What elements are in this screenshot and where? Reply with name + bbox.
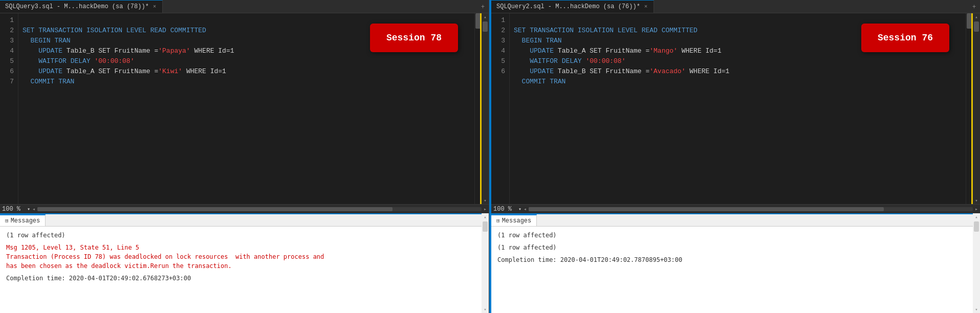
- right-msg-scroll-track: [973, 220, 980, 306]
- left-msg-scrollbar: ▴ ▾: [482, 213, 489, 313]
- right-messages-tab-label: Messages: [502, 217, 532, 225]
- left-messages-grid-icon: ⊞: [5, 217, 9, 224]
- left-scroll-track[interactable]: [37, 207, 482, 211]
- left-vs-down-arrow[interactable]: ▾: [482, 197, 489, 204]
- right-messages-tab-bar: ⊞ Messages: [491, 214, 980, 227]
- right-tab[interactable]: SQLQuery2.sql - M...hackDemo (sa (76))* …: [491, 0, 654, 13]
- right-msg-2: (1 row affected): [497, 243, 974, 252]
- right-scroll-left-arrow[interactable]: ◂: [524, 206, 527, 212]
- right-scroll-area: 100 % ▾ ◂ ▸: [491, 204, 980, 213]
- left-msg-scroll-thumb[interactable]: [483, 221, 488, 232]
- right-tab-bar: SQLQuery2.sql - M...hackDemo (sa (76))* …: [491, 0, 980, 13]
- right-vs-track: [973, 20, 980, 197]
- left-msg-3: Transaction (Process ID 78) was deadlock…: [6, 252, 483, 261]
- left-msg-1: (1 row affected): [6, 231, 483, 240]
- left-messages-tab-bar: ⊞ Messages: [0, 214, 489, 227]
- left-scroll-right-arrow[interactable]: ▸: [484, 206, 487, 212]
- left-tab[interactable]: SQLQuery3.sql - M...hackDemo (sa (78))* …: [0, 0, 163, 13]
- left-messages-content: (1 row affected) Msg 1205, Level 13, Sta…: [0, 227, 489, 313]
- left-vs-thumb[interactable]: [483, 21, 488, 32]
- right-messages-tab[interactable]: ⊞ Messages: [491, 214, 537, 226]
- right-vs-down-arrow[interactable]: ▾: [973, 197, 980, 204]
- right-vertical-scrollbar: ▴ ▾: [973, 13, 980, 204]
- left-msg-5: Completion time: 2020-04-01T20:49:02.676…: [6, 274, 483, 283]
- left-messages-tab-label: Messages: [11, 217, 40, 225]
- left-vs-up-arrow[interactable]: ▴: [482, 13, 489, 20]
- left-messages-panel: ⊞ Messages (1 row affected) Msg 1205, Le…: [0, 213, 489, 313]
- left-zoom-label: 100 %: [2, 206, 25, 213]
- right-editor-container: 123456 SET TRANSACTION ISOLATION LEVEL R…: [491, 13, 980, 204]
- right-tab-close[interactable]: ×: [643, 3, 649, 10]
- left-vertical-scrollbar: ▴ ▾: [482, 13, 489, 204]
- right-tab-actions: +: [970, 2, 980, 11]
- left-scroll-area: 100 % ▾ ◂ ▸: [0, 204, 489, 213]
- right-vs-thumb[interactable]: [974, 21, 979, 32]
- left-editor-container: 1234567 SET TRANSACTION ISOLATION LEVEL …: [0, 13, 489, 204]
- right-scroll-thumb[interactable]: [529, 207, 884, 211]
- right-line-numbers: 123456: [491, 13, 510, 204]
- left-line-numbers: 1234567: [0, 13, 18, 204]
- right-minimap-scroll: [966, 13, 973, 204]
- left-tab-close[interactable]: ×: [152, 3, 158, 10]
- right-scroll-track[interactable]: [529, 207, 973, 211]
- left-scroll-left-arrow[interactable]: ◂: [32, 206, 35, 212]
- left-msg-scroll-up[interactable]: ▴: [482, 213, 489, 220]
- right-msg-scroll-down[interactable]: ▾: [973, 306, 980, 313]
- left-minimap-scroll: [474, 13, 482, 204]
- right-msg-scroll-up[interactable]: ▴: [973, 213, 980, 220]
- left-session-badge: Session 78: [370, 24, 458, 52]
- left-msg-scroll-track: [482, 220, 489, 306]
- left-tab-title: SQLQuery3.sql - M...hackDemo (sa (78))*: [5, 3, 149, 10]
- left-pane: SQLQuery3.sql - M...hackDemo (sa (78))* …: [0, 0, 489, 313]
- right-zoom-label: 100 %: [493, 206, 516, 213]
- main-area: SQLQuery3.sql - M...hackDemo (sa (78))* …: [0, 0, 980, 313]
- right-scroll-right-arrow[interactable]: ▸: [975, 206, 978, 212]
- right-vs-up-arrow[interactable]: ▴: [973, 13, 980, 20]
- right-msg-scrollbar: ▴ ▾: [973, 213, 980, 313]
- left-scroll-thumb[interactable]: [37, 207, 393, 211]
- left-msg-2: Msg 1205, Level 13, State 51, Line 5: [6, 243, 483, 252]
- right-msg-3: Completion time: 2020-04-01T20:49:02.787…: [497, 255, 974, 264]
- right-tab-title: SQLQuery2.sql - M...hackDemo (sa (76))*: [496, 3, 640, 10]
- left-msg-scroll-down[interactable]: ▾: [482, 306, 489, 313]
- left-messages-tab[interactable]: ⊞ Messages: [0, 214, 46, 226]
- right-new-tab-btn[interactable]: +: [970, 2, 978, 11]
- right-messages-panel: ⊞ Messages (1 row affected) (1 row affec…: [491, 213, 980, 313]
- left-tab-actions: +: [479, 2, 489, 11]
- right-zoom-dropdown[interactable]: ▾: [518, 206, 521, 212]
- left-msg-4: has been chosen as the deadlock victim.R…: [6, 261, 483, 271]
- right-pane: SQLQuery2.sql - M...hackDemo (sa (76))* …: [491, 0, 980, 313]
- right-msg-scroll-thumb[interactable]: [974, 221, 979, 232]
- left-tab-bar: SQLQuery3.sql - M...hackDemo (sa (78))* …: [0, 0, 489, 13]
- left-vs-track: [482, 20, 489, 197]
- right-messages-content: (1 row affected) (1 row affected) Comple…: [491, 227, 980, 313]
- right-messages-grid-icon: ⊞: [496, 217, 500, 224]
- right-msg-1: (1 row affected): [497, 231, 974, 240]
- left-zoom-dropdown[interactable]: ▾: [27, 206, 30, 212]
- right-session-badge: Session 76: [861, 24, 949, 52]
- left-new-tab-btn[interactable]: +: [479, 2, 487, 11]
